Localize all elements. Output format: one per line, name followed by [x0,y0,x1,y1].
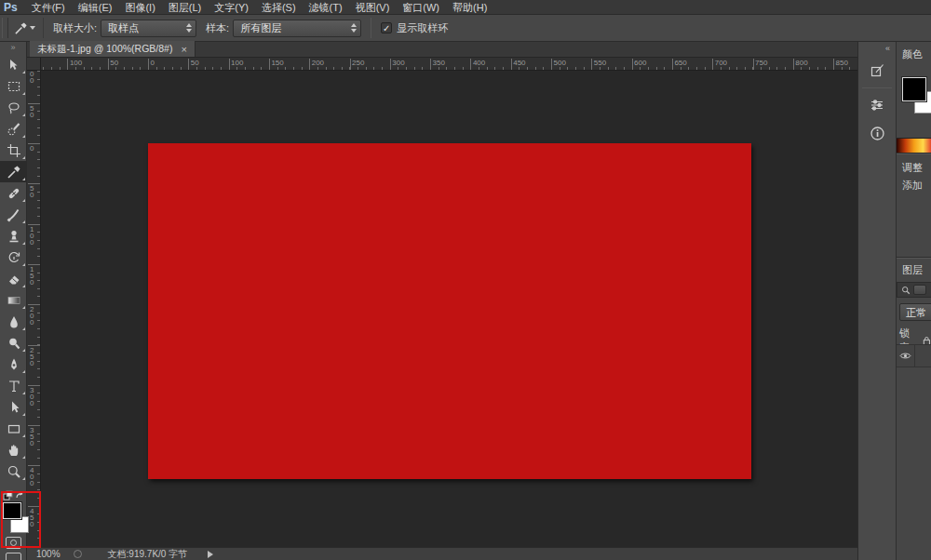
tool-flyout-corner [22,456,25,459]
sample-size-value: 取样点 [108,21,139,35]
ruler-h-label: 200 [312,60,324,67]
zoom-tool[interactable] [0,460,27,482]
menu-item-2[interactable]: 图像(I) [118,0,161,15]
quick-mask-button[interactable] [6,537,21,549]
panel-foreground-swatch[interactable] [902,77,926,101]
ruler-v-label: 250 [30,347,37,367]
document-tab[interactable]: 未标题-1.jpg @ 100%(RGB/8#) × [30,41,196,57]
tool-flyout-corner [22,434,25,437]
stepper-icon [351,23,357,33]
move-tool-icon [7,58,21,73]
eraser-tool[interactable] [0,268,27,289]
path-selection-tool[interactable] [0,396,27,418]
blur-tool[interactable] [0,311,27,332]
ruler-corner[interactable] [27,58,41,71]
tool-flyout-corner [22,242,25,245]
tab-adjustments-panel[interactable]: 调整 [897,155,931,175]
panel-icon-strip: « [857,42,896,560]
ruler-h-label: 650 [674,60,686,67]
status-bar: 100% 文档:919.7K/0 字节 [27,547,857,560]
horizontal-ruler[interactable]: 1005005010015020025030035040045050055060… [41,58,857,71]
ruler-h-label: 850 [836,60,848,67]
move-tool[interactable] [0,54,27,75]
menu-item-9[interactable]: 帮助(H) [446,0,493,15]
menu-item-5[interactable]: 选择(S) [255,0,303,15]
ruler-h-label: 450 [513,60,525,67]
tools-panel: » [0,42,27,560]
tool-flyout-corner [22,199,25,202]
layer-visibility-toggle[interactable] [897,344,915,367]
blend-mode-select[interactable]: 正常 [899,303,931,321]
sample-label: 样本: [196,21,233,35]
menu-item-1[interactable]: 编辑(E) [72,0,119,15]
quick-selection-tool[interactable] [0,118,27,140]
tool-flyout-corner [22,71,25,73]
canvas-area[interactable] [41,71,857,547]
rectangular-marquee-tool-icon [7,79,21,94]
lasso-tool-icon [7,100,21,115]
zoom-level-field[interactable]: 100% [27,549,74,559]
document-size-info: 文档:919.7K/0 字节 [108,548,209,560]
lasso-tool[interactable] [0,97,27,118]
screen-mode-button[interactable] [6,553,21,560]
hand-tool[interactable] [0,439,27,460]
properties-panel-icon[interactable] [866,94,888,116]
menu-item-6[interactable]: 滤镜(T) [303,0,349,15]
tab-color-panel[interactable]: 颜色 [897,42,931,61]
vertical-ruler[interactable]: 10050050100150200250300350400450 [27,71,41,547]
type-tool[interactable] [0,375,27,396]
dodge-tool[interactable] [0,332,27,353]
status-options-arrow-icon[interactable] [208,551,213,558]
gradient-tool[interactable] [0,289,27,311]
tool-preset-picker[interactable] [8,18,44,38]
ruler-h-label: 150 [271,60,283,67]
document-canvas[interactable] [148,143,751,479]
collapse-panels-button[interactable]: « [858,42,896,53]
history-panel-icon[interactable] [866,59,888,81]
quick-mask-icon [10,540,17,546]
crop-tool[interactable] [0,140,27,161]
menu-item-4[interactable]: 文字(Y) [208,0,255,15]
show-ring-checkbox[interactable]: ✓ [381,22,392,33]
tool-flyout-corner [22,178,25,180]
menu-item-7[interactable]: 视图(V) [349,0,397,15]
swap-colors-icon[interactable] [17,492,22,498]
ruler-h-label: 700 [715,60,727,67]
brush-tool[interactable] [0,204,27,225]
ruler-h-label: 50 [191,60,199,67]
tool-flyout-corner [22,392,25,394]
color-spectrum-ramp[interactable] [897,138,931,153]
pen-tool[interactable] [0,353,27,375]
spot-healing-brush-tool[interactable] [0,182,27,204]
sample-size-select[interactable]: 取样点 [101,20,196,37]
sample-select[interactable]: 所有图层 [233,20,361,37]
menu-item-8[interactable]: 窗口(W) [396,0,446,15]
rectangle-tool[interactable] [0,418,27,439]
panel-dock: 颜色 调整 添加 图层 正常 锁定 [896,42,931,560]
zoom-tool-icon [7,464,21,479]
tab-layers-panel[interactable]: 图层 [897,261,931,277]
path-selection-tool-icon [7,400,21,415]
menu-item-3[interactable]: 图层(L) [162,0,208,15]
ruler-h-label: 750 [755,60,767,67]
ruler-h-label: 550 [594,60,606,67]
menu-item-0[interactable]: 文件(F) [25,0,72,15]
document-title: 未标题-1.jpg @ 100%(RGB/8#) [37,43,172,56]
panel-divider [897,153,931,154]
rectangular-marquee-tool[interactable] [0,75,27,97]
eyedropper-tool-icon [7,165,21,180]
foreground-color-swatch[interactable] [3,502,21,519]
clone-stamp-tool[interactable] [0,225,27,247]
ruler-v-label: 100 [30,226,37,246]
info-panel-icon[interactable] [866,122,888,144]
panel-divider [897,257,931,259]
ruler-v-label: 50 [30,105,37,118]
history-brush-tool[interactable] [0,247,27,268]
photoshop-logo: Ps [0,1,25,14]
close-icon[interactable]: × [181,44,186,55]
tools-collapse-button[interactable]: » [0,42,26,54]
layer-row[interactable] [897,344,931,367]
eyedropper-tool[interactable] [0,161,27,182]
layers-filter-row[interactable] [897,282,931,298]
sample-size-label: 取样大小: [44,21,101,35]
